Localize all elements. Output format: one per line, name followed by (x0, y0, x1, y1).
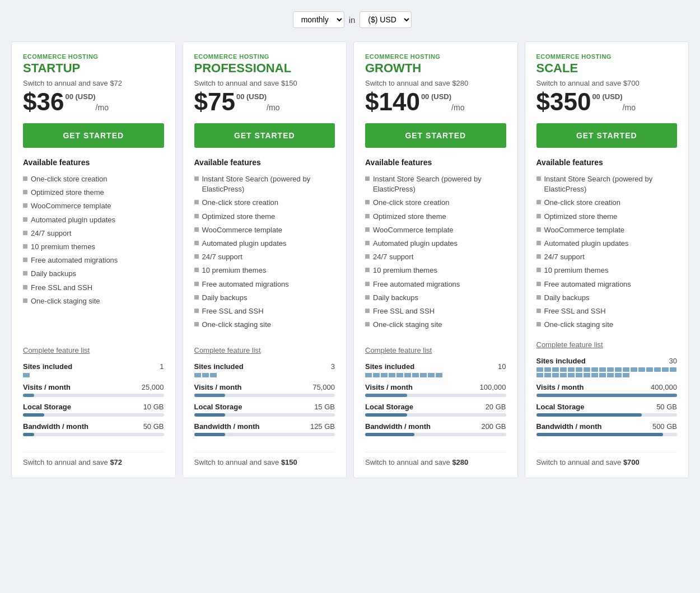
feature-text: Automated plugin updates (31, 215, 115, 225)
price-suffix: 00 (USD) (421, 93, 451, 100)
storage-bar-bg (365, 413, 506, 417)
site-dot (428, 373, 435, 377)
feature-item: Instant Store Search (powered by Elastic… (194, 172, 335, 196)
bandwidth-bar-bg (536, 433, 678, 436)
sites-label: Sites included (194, 362, 244, 371)
feature-text: 10 premium themes (373, 265, 437, 276)
sites-label: Sites included (365, 362, 414, 371)
visits-value: 25,000 (142, 383, 164, 391)
feature-item: Free automated migrations (194, 278, 335, 291)
feature-text: 24/7 support (373, 252, 413, 262)
storage-bar-fill (365, 413, 407, 417)
price-mo: /mo (267, 103, 279, 112)
save-text: Switch to annual and save $280 (365, 79, 506, 87)
feature-bullet-icon (23, 231, 27, 235)
feature-item: 10 premium themes (23, 240, 164, 254)
feature-item: Optimized store theme (23, 186, 164, 199)
bandwidth-stat: Bandwidth / month 200 GB (365, 422, 506, 436)
storage-value: 20 GB (486, 403, 506, 411)
get-started-button[interactable]: Get Started (194, 123, 335, 148)
price-header: monthly annual in ($) USD (€) EUR (£) GB… (11, 11, 689, 28)
in-label: in (349, 15, 356, 25)
feature-bullet-icon (536, 282, 541, 286)
feature-item: WooCommerce template (23, 199, 164, 213)
feature-text: Free automated migrations (202, 279, 289, 290)
feature-item: Daily backups (194, 291, 335, 305)
site-dot (560, 373, 567, 377)
complete-feature-link[interactable]: Complete feature list (23, 346, 164, 354)
site-dot (623, 373, 629, 377)
visits-label: Visits / month (536, 383, 584, 391)
feature-bullet-icon (536, 227, 541, 232)
features-title: Available features (194, 158, 335, 167)
bandwidth-value: 500 GB (652, 422, 677, 431)
get-started-button[interactable]: Get Started (365, 123, 506, 148)
complete-feature-link[interactable]: Complete feature list (536, 340, 678, 349)
price-amount: $350 (536, 90, 591, 114)
feature-bullet-icon (194, 322, 199, 326)
feature-item: 10 premium themes (536, 264, 678, 277)
feature-text: One-click staging site (31, 296, 100, 306)
feature-item: Free SSL and SSH (23, 281, 164, 295)
feature-text: Optimized store theme (202, 212, 276, 222)
billing-select[interactable]: monthly annual (293, 11, 344, 28)
feature-item: Optimized store theme (194, 210, 335, 223)
price-row: $36 00 (USD) /mo (23, 90, 164, 114)
storage-value: 15 GB (314, 403, 335, 411)
storage-stat: Local Storage 15 GB (194, 403, 335, 417)
feature-item: Free SSL and SSH (536, 305, 678, 318)
features-title: Available features (23, 158, 164, 167)
feature-text: Optimized store theme (31, 188, 104, 198)
feature-item: One-click staging site (536, 318, 678, 331)
site-dot (396, 373, 403, 377)
site-dot (202, 373, 209, 377)
storage-stat: Local Storage 20 GB (365, 403, 506, 417)
feature-item: Instant Store Search (powered by Elastic… (536, 172, 678, 196)
sites-stat: Sites included 30 (536, 357, 678, 377)
feature-item: Automated plugin updates (365, 237, 506, 250)
bandwidth-stat: Bandwidth / month 125 GB (194, 422, 335, 436)
feature-item: Automated plugin updates (536, 237, 678, 250)
feature-text: Free automated migrations (373, 279, 460, 290)
visits-bar-fill (365, 394, 407, 397)
plan-subtitle: Ecommerce Hosting (194, 53, 335, 60)
get-started-button[interactable]: Get Started (536, 123, 678, 148)
stats-section: Sites included 30 Visits / month 400,000… (536, 357, 678, 442)
site-dot (623, 367, 629, 372)
site-dot (662, 367, 669, 372)
feature-bullet-icon (194, 241, 199, 245)
visits-bar-bg (194, 394, 335, 397)
site-dot (560, 367, 567, 372)
feature-text: 10 premium themes (31, 242, 95, 252)
price-mo: /mo (451, 103, 464, 112)
site-dot (631, 367, 637, 372)
site-dot (599, 367, 606, 372)
feature-bullet-icon (23, 258, 27, 262)
bandwidth-label: Bandwidth / month (194, 422, 260, 431)
sites-dots (23, 373, 164, 377)
price-row: $350 00 (USD) /mo (536, 90, 678, 114)
get-started-button[interactable]: Get Started (23, 123, 164, 148)
storage-bar-fill (536, 413, 642, 417)
feature-text: One-click staging site (544, 320, 614, 330)
complete-feature-link[interactable]: Complete feature list (194, 346, 335, 354)
price-suffix: 00 (USD) (592, 93, 622, 100)
visits-bar-fill (194, 394, 225, 397)
plan-subtitle: Ecommerce Hosting (23, 53, 164, 60)
complete-feature-link[interactable]: Complete feature list (365, 346, 506, 354)
site-dot (591, 373, 598, 377)
bottom-save-text: Switch to annual and save $72 (23, 452, 164, 466)
site-dot (544, 367, 551, 372)
feature-item: 10 premium themes (194, 264, 335, 277)
price-amount: $75 (194, 90, 235, 114)
feature-item: Automated plugin updates (194, 237, 335, 250)
features-title: Available features (536, 158, 678, 167)
bandwidth-bar-fill (23, 433, 34, 436)
storage-bar-bg (536, 413, 678, 417)
feature-item: Automated plugin updates (23, 213, 164, 227)
feature-text: WooCommerce template (31, 201, 111, 211)
site-dot (373, 373, 380, 377)
feature-text: Free SSL and SSH (373, 306, 435, 316)
currency-select[interactable]: ($) USD (€) EUR (£) GBP (360, 11, 412, 28)
feature-bullet-icon (365, 254, 370, 259)
